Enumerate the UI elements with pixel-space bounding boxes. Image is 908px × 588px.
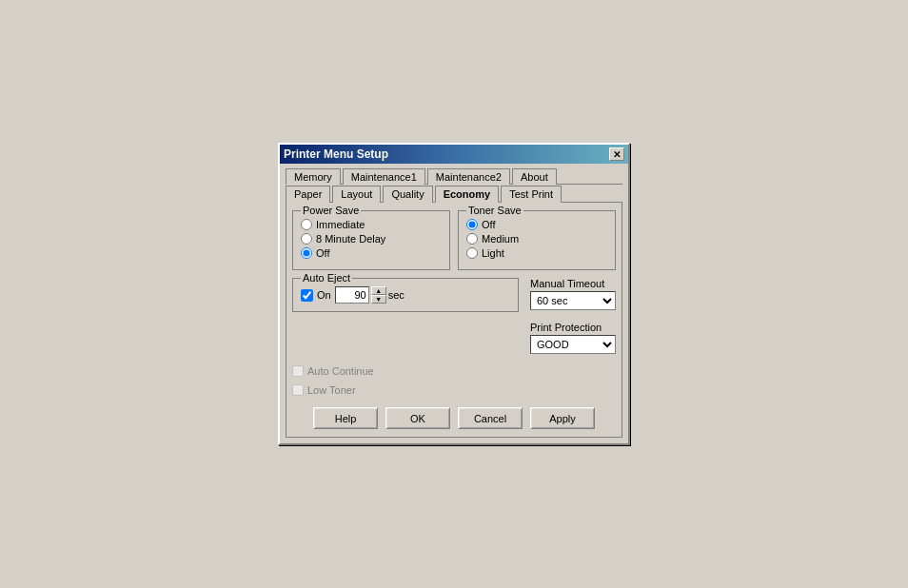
power-save-8min-row: 8 Minute Delay [301, 233, 442, 245]
toner-save-light-row: Light [466, 247, 607, 259]
cancel-button[interactable]: Cancel [458, 407, 523, 429]
middle-section: Auto Eject On ▲ ▼ [292, 278, 616, 362]
spinbox-buttons: ▲ ▼ [371, 286, 386, 304]
toner-save-light-radio[interactable] [466, 247, 478, 259]
power-save-off-row: Off [301, 247, 442, 259]
tab-maintenance1[interactable]: Maintenance1 [343, 168, 425, 185]
auto-continue-row: Auto Continue [292, 365, 616, 377]
manual-timeout-label: Manual Timeout [530, 278, 616, 289]
top-section: Power Save Immediate 8 Minute Delay [292, 210, 616, 278]
toner-save-medium-row: Medium [466, 233, 607, 245]
manual-timeout-row: Manual Timeout 30 sec 60 sec 90 sec 120 … [530, 278, 616, 310]
power-save-8min-label: 8 Minute Delay [316, 233, 385, 245]
right-section: Manual Timeout 30 sec 60 sec 90 sec 120 … [526, 278, 616, 362]
power-save-col: Power Save Immediate 8 Minute Delay [292, 210, 450, 278]
tab-economy[interactable]: Economy [435, 186, 500, 203]
print-protection-row: Print Protection GOOD BETTER BEST [530, 322, 616, 354]
tab-maintenance2[interactable]: Maintenance2 [427, 168, 510, 185]
auto-eject-legend: Auto Eject [301, 272, 352, 284]
power-save-immediate-row: Immediate [301, 219, 442, 230]
auto-continue-label: Auto Continue [307, 365, 374, 377]
auto-eject-checkbox[interactable] [301, 289, 313, 302]
power-save-off-radio[interactable] [301, 247, 312, 259]
printer-menu-window: Printer Menu Setup ✕ Memory Maintenance1… [278, 143, 630, 445]
auto-eject-on-label: On [317, 289, 331, 301]
print-protection-select[interactable]: GOOD BETTER BEST [530, 335, 616, 354]
dialog-content: Memory Maintenance1 Maintenance2 About P… [280, 164, 628, 443]
title-bar: Printer Menu Setup ✕ [280, 145, 628, 164]
toner-save-off-label: Off [482, 219, 495, 230]
ok-button[interactable]: OK [385, 407, 450, 429]
auto-eject-content: On ▲ ▼ sec [301, 286, 510, 304]
toner-save-off-row: Off [466, 219, 607, 230]
spinbox-up-button[interactable]: ▲ [371, 286, 386, 295]
help-button[interactable]: Help [313, 407, 378, 429]
low-toner-row: Low Toner [292, 384, 616, 396]
bottom-checkboxes: Auto Continue Low Toner [292, 365, 616, 400]
tab-layout[interactable]: Layout [332, 186, 381, 203]
power-save-options: Immediate 8 Minute Delay Off [301, 219, 442, 259]
title-bar-text: Printer Menu Setup [284, 147, 388, 161]
economy-panel: Power Save Immediate 8 Minute Delay [286, 203, 622, 438]
toner-save-light-label: Light [482, 247, 504, 259]
tab-quality[interactable]: Quality [383, 186, 432, 203]
tab-about[interactable]: About [512, 168, 557, 185]
toner-save-medium-radio[interactable] [466, 233, 478, 245]
auto-eject-row: On ▲ ▼ sec [301, 286, 510, 304]
button-row: Help OK Cancel Apply [292, 407, 616, 429]
power-save-immediate-label: Immediate [316, 219, 365, 230]
tab-testprint[interactable]: Test Print [501, 186, 562, 203]
auto-eject-group: Auto Eject On ▲ ▼ [292, 278, 519, 312]
toner-save-medium-label: Medium [482, 233, 519, 245]
spinbox-down-button[interactable]: ▼ [371, 295, 386, 304]
power-save-group: Power Save Immediate 8 Minute Delay [292, 210, 450, 270]
low-toner-checkbox[interactable] [292, 384, 304, 396]
power-save-off-label: Off [316, 247, 329, 259]
tab-row-1: Memory Maintenance1 Maintenance2 About [286, 167, 622, 185]
toner-save-group: Toner Save Off Medium [458, 210, 616, 270]
toner-save-off-radio[interactable] [466, 219, 478, 230]
power-save-legend: Power Save [301, 205, 361, 216]
toner-save-options: Off Medium Light [466, 219, 607, 259]
tab-row-2: Paper Layout Quality Economy Test Print [286, 185, 622, 203]
close-button[interactable]: ✕ [609, 147, 624, 161]
toner-save-legend: Toner Save [466, 205, 523, 216]
power-save-8min-radio[interactable] [301, 233, 312, 245]
power-save-immediate-radio[interactable] [301, 219, 312, 230]
low-toner-label: Low Toner [307, 384, 356, 396]
auto-eject-spinbox: ▲ ▼ sec [335, 286, 405, 304]
auto-eject-col: Auto Eject On ▲ ▼ [292, 278, 519, 362]
print-protection-label: Print Protection [530, 322, 616, 333]
tab-paper[interactable]: Paper [286, 186, 330, 203]
auto-eject-value-input[interactable] [335, 286, 369, 304]
tab-memory[interactable]: Memory [286, 168, 341, 185]
auto-continue-checkbox[interactable] [292, 365, 304, 377]
auto-eject-unit: sec [388, 289, 405, 301]
manual-timeout-select[interactable]: 30 sec 60 sec 90 sec 120 sec [530, 291, 616, 310]
apply-button[interactable]: Apply [530, 407, 595, 429]
toner-save-col: Toner Save Off Medium [458, 210, 616, 278]
